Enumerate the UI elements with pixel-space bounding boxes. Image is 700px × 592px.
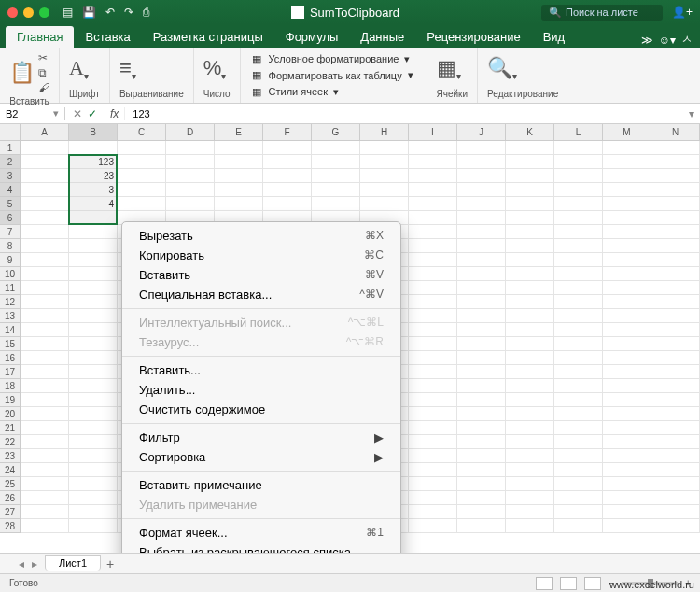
save-alt-icon[interactable]: 💾 <box>82 6 96 19</box>
cell[interactable] <box>506 365 554 379</box>
cell[interactable] <box>651 253 700 267</box>
cell[interactable] <box>506 225 554 239</box>
context-menu-item[interactable]: Вставить⌘V <box>122 265 400 285</box>
column-header[interactable]: G <box>312 124 360 141</box>
cell[interactable] <box>603 183 651 197</box>
cell[interactable] <box>263 155 312 169</box>
cell[interactable] <box>409 505 457 519</box>
tab-view[interactable]: Вид <box>532 26 577 48</box>
cell[interactable] <box>21 253 69 267</box>
cell[interactable] <box>21 169 69 183</box>
row-header[interactable]: 11 <box>0 281 21 295</box>
cell[interactable] <box>603 449 651 463</box>
cell[interactable] <box>554 421 603 435</box>
context-menu-item[interactable]: Специальная вставка...^⌘V <box>122 285 400 304</box>
format-as-table-button[interactable]: ▦Форматировать как таблицу ▾ <box>250 68 417 83</box>
cell[interactable] <box>506 477 554 491</box>
cell[interactable] <box>554 211 603 225</box>
tab-home[interactable]: Главная <box>6 26 74 48</box>
cell[interactable] <box>603 407 651 421</box>
cell[interactable] <box>21 337 69 351</box>
cell[interactable] <box>603 323 651 337</box>
cell[interactable] <box>506 463 554 477</box>
cell[interactable] <box>69 309 118 323</box>
cell[interactable] <box>554 449 603 463</box>
cell[interactable] <box>506 309 554 323</box>
cell[interactable] <box>554 505 603 519</box>
cell[interactable] <box>457 365 506 379</box>
cell[interactable] <box>457 225 506 239</box>
row-header[interactable]: 17 <box>0 365 21 379</box>
cell[interactable] <box>554 169 603 183</box>
cell[interactable] <box>651 267 700 281</box>
context-menu-item[interactable]: Формат ячеек...⌘1 <box>122 523 400 543</box>
cell[interactable] <box>118 183 166 197</box>
cell[interactable] <box>312 183 360 197</box>
cell[interactable] <box>506 183 554 197</box>
cell[interactable] <box>69 393 118 407</box>
row-header[interactable]: 9 <box>0 253 21 267</box>
cell[interactable] <box>457 477 506 491</box>
cell[interactable] <box>69 365 118 379</box>
cell[interactable] <box>506 351 554 365</box>
cell[interactable] <box>506 519 554 533</box>
undo-icon[interactable]: ↶ <box>105 6 115 19</box>
cell[interactable] <box>457 519 506 533</box>
cell[interactable] <box>457 267 506 281</box>
cell[interactable] <box>457 211 506 225</box>
cell[interactable]: 123 <box>69 155 118 169</box>
cell[interactable] <box>457 407 506 421</box>
cell[interactable] <box>21 379 69 393</box>
cell[interactable] <box>554 519 603 533</box>
cell[interactable] <box>21 491 69 505</box>
row-header[interactable]: 15 <box>0 337 21 351</box>
cell[interactable] <box>457 281 506 295</box>
cell[interactable] <box>409 365 457 379</box>
cell[interactable] <box>603 379 651 393</box>
cell[interactable] <box>21 519 69 533</box>
cell[interactable] <box>651 463 700 477</box>
cell[interactable] <box>409 295 457 309</box>
cell[interactable] <box>69 211 118 225</box>
row-header[interactable]: 27 <box>0 505 21 519</box>
cell[interactable] <box>312 197 360 211</box>
cell[interactable] <box>263 169 312 183</box>
cells-icon[interactable]: ▦▾ <box>437 56 461 81</box>
cell[interactable] <box>554 323 603 337</box>
row-header[interactable]: 19 <box>0 393 21 407</box>
cell[interactable] <box>603 211 651 225</box>
cell[interactable] <box>506 281 554 295</box>
tab-insert[interactable]: Вставка <box>74 26 141 48</box>
share-icon[interactable]: 👤+ <box>672 6 693 19</box>
cell[interactable] <box>457 155 506 169</box>
cell[interactable] <box>603 365 651 379</box>
cell[interactable] <box>360 197 409 211</box>
cell[interactable] <box>603 253 651 267</box>
cell[interactable] <box>603 225 651 239</box>
cell[interactable] <box>457 449 506 463</box>
tab-formulas[interactable]: Формулы <box>274 26 350 48</box>
cell[interactable] <box>69 337 118 351</box>
row-header[interactable]: 13 <box>0 309 21 323</box>
cell[interactable] <box>651 435 700 449</box>
conditional-formatting-button[interactable]: ▦Условное форматирование ▾ <box>250 51 417 66</box>
cell[interactable] <box>651 211 700 225</box>
cell[interactable] <box>215 183 263 197</box>
cell[interactable] <box>312 155 360 169</box>
cell[interactable] <box>215 141 263 155</box>
cell[interactable] <box>409 477 457 491</box>
cell[interactable] <box>506 155 554 169</box>
cell[interactable] <box>554 365 603 379</box>
cell[interactable] <box>21 435 69 449</box>
cell[interactable] <box>312 141 360 155</box>
cell[interactable] <box>409 519 457 533</box>
cell[interactable] <box>651 365 700 379</box>
font-icon[interactable]: A▾ <box>69 56 89 81</box>
cell[interactable] <box>21 225 69 239</box>
cell[interactable] <box>457 323 506 337</box>
cell[interactable] <box>651 323 700 337</box>
cell[interactable] <box>651 449 700 463</box>
tab-review[interactable]: Рецензирование <box>415 26 531 48</box>
row-header[interactable]: 2 <box>0 155 21 169</box>
cell[interactable] <box>457 505 506 519</box>
